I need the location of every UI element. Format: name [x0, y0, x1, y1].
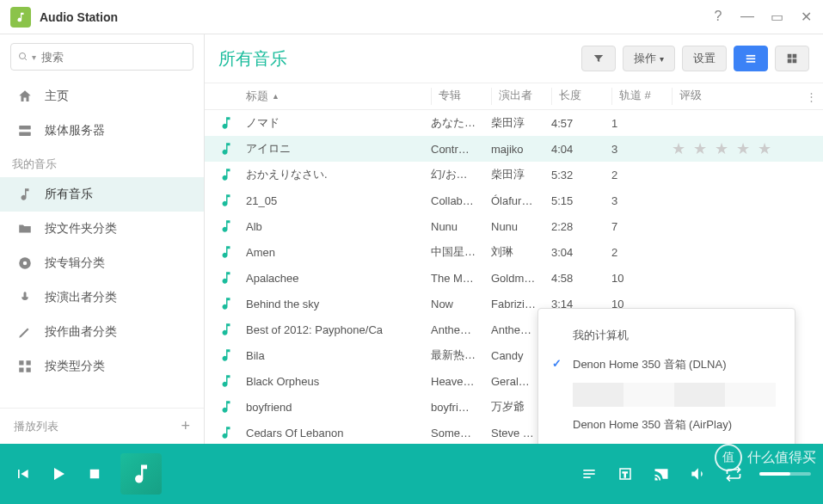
- action-button[interactable]: 操作▾: [623, 46, 675, 71]
- nav-all-music[interactable]: 所有音乐: [0, 177, 204, 212]
- nav-by-composer[interactable]: 按作曲者分类: [0, 315, 204, 349]
- volume-slider[interactable]: [759, 472, 811, 476]
- svg-rect-10: [27, 368, 31, 372]
- nav-by-genre[interactable]: 按类型分类: [0, 349, 204, 384]
- section-my-music: 我的音乐: [0, 148, 204, 177]
- popup-denon-airplay[interactable]: Denon Home 350 音箱 (AirPlay): [538, 410, 795, 439]
- titlebar: Audio Station ? — ▭ ✕: [0, 0, 823, 34]
- nav-label: 按类型分类: [45, 359, 105, 374]
- cell-album: Nunu: [431, 220, 491, 233]
- popup-my-computer[interactable]: 我的计算机: [538, 321, 795, 350]
- watermark-logo: 值: [715, 444, 742, 471]
- cell-track: 1: [611, 117, 672, 130]
- music-icon: [218, 218, 246, 234]
- nav-label: 按作曲者分类: [45, 324, 117, 340]
- more-columns-icon[interactable]: ⋮: [806, 90, 823, 103]
- table-row[interactable]: おかえりなさい.幻/お…柴田淳5:322: [205, 162, 823, 187]
- cell-album: boyfri…: [431, 401, 491, 414]
- stop-button[interactable]: [84, 466, 105, 482]
- col-track[interactable]: 轨道 #: [611, 88, 672, 105]
- album-art[interactable]: [120, 453, 162, 495]
- col-rating[interactable]: 评级: [672, 88, 806, 105]
- page-title: 所有音乐: [218, 47, 574, 71]
- nav-label: 主页: [45, 89, 69, 104]
- cell-artist: Goldm…: [491, 272, 551, 285]
- table-row[interactable]: ノマドあなた…柴田淳4:571: [205, 110, 823, 136]
- popup-denon-dlna[interactable]: Denon Home 350 音箱 (DLNA): [538, 350, 795, 379]
- grid-view-button[interactable]: [775, 46, 809, 71]
- svg-line-1: [25, 58, 28, 61]
- queue-icon[interactable]: [579, 465, 599, 482]
- cast-icon[interactable]: [651, 465, 672, 482]
- table-row[interactable]: 21_05Collab…Ólafur…5:153: [205, 187, 823, 213]
- cell-title: ノマド: [246, 115, 431, 131]
- col-artist[interactable]: 演出者: [491, 88, 551, 105]
- cell-title: Bila: [246, 349, 431, 362]
- main-header: 所有音乐 操作▾ 设置: [205, 34, 823, 83]
- rating-stars[interactable]: ★ ★ ★ ★ ★: [672, 139, 773, 158]
- close-icon[interactable]: ✕: [799, 9, 813, 25]
- cell-title: boyfriend: [246, 401, 431, 414]
- col-duration[interactable]: 长度: [551, 88, 611, 105]
- cell-album: Now: [431, 298, 491, 310]
- folder-icon: [17, 221, 33, 237]
- cell-album: The M…: [431, 272, 491, 285]
- nav-by-album[interactable]: 按专辑分类: [0, 246, 204, 280]
- search-input[interactable]: [41, 51, 186, 64]
- cell-artist: majiko: [491, 143, 551, 156]
- cell-album: Some…: [431, 427, 491, 439]
- nav-by-artist[interactable]: 按演出者分类: [0, 280, 204, 315]
- nav-home[interactable]: 主页: [0, 79, 204, 114]
- table-row[interactable]: AlbNunuNunu2:287: [205, 213, 823, 239]
- volume-icon[interactable]: [687, 465, 708, 482]
- svg-rect-3: [19, 132, 31, 137]
- sidebar: ▾ 主页 媒体服务器 我的音乐 所有音乐 按文件夹分类 按专辑分类 按演出者分类: [0, 34, 205, 444]
- cell-album: あなた…: [431, 115, 491, 131]
- cell-title: 21_05: [246, 194, 431, 207]
- cell-duration: 5:15: [551, 194, 611, 207]
- music-icon: [218, 322, 246, 337]
- search-box[interactable]: ▾: [10, 43, 193, 71]
- col-title[interactable]: 标题▲: [246, 89, 431, 104]
- cell-duration: 2:28: [551, 220, 611, 233]
- cell-title: Cedars Of Lebanon: [246, 427, 431, 439]
- watermark: 值 什么值得买: [715, 444, 816, 471]
- nav-label: 按演出者分类: [45, 290, 117, 305]
- prev-button[interactable]: [12, 465, 33, 482]
- minimize-icon[interactable]: —: [740, 9, 754, 25]
- table-row[interactable]: アイロニContr…majiko4:043★ ★ ★ ★ ★: [205, 136, 823, 162]
- cell-artist: Nunu: [491, 220, 551, 233]
- svg-rect-11: [746, 55, 756, 57]
- svg-point-0: [20, 53, 26, 59]
- lyrics-icon[interactable]: T: [615, 466, 636, 482]
- help-icon[interactable]: ?: [711, 9, 725, 25]
- sort-asc-icon: ▲: [272, 92, 279, 101]
- nav-label: 媒体服务器: [45, 123, 105, 138]
- maximize-icon[interactable]: ▭: [770, 9, 783, 25]
- svg-rect-14: [788, 54, 792, 58]
- col-album[interactable]: 专辑: [431, 88, 491, 105]
- add-playlist-button[interactable]: +: [181, 417, 190, 435]
- cell-album: Heave…: [431, 375, 491, 388]
- filter-button[interactable]: [581, 46, 616, 71]
- cell-track: 3: [611, 143, 672, 156]
- svg-rect-17: [793, 59, 797, 64]
- search-dropdown-icon[interactable]: ▾: [32, 52, 36, 62]
- play-button[interactable]: [48, 461, 69, 487]
- svg-text:T: T: [623, 470, 628, 479]
- popup-blurred-item[interactable]: [573, 383, 776, 407]
- cell-album: Anthe…: [431, 323, 491, 336]
- table-row[interactable]: Amen中国星…刘琳3:042: [205, 239, 823, 265]
- svg-point-5: [23, 261, 28, 266]
- svg-rect-18: [90, 470, 100, 479]
- cell-title: Amen: [246, 246, 431, 259]
- cell-artist: 柴田淳: [491, 115, 551, 131]
- cell-track: 2: [611, 246, 672, 259]
- table-row[interactable]: ApalacheeThe M…Goldm…4:5810: [205, 265, 823, 291]
- list-view-button[interactable]: [734, 46, 768, 71]
- music-icon: [218, 347, 246, 363]
- music-icon: [218, 373, 246, 389]
- nav-media-server[interactable]: 媒体服务器: [0, 114, 204, 148]
- settings-button[interactable]: 设置: [682, 46, 727, 71]
- nav-by-folder[interactable]: 按文件夹分类: [0, 212, 204, 246]
